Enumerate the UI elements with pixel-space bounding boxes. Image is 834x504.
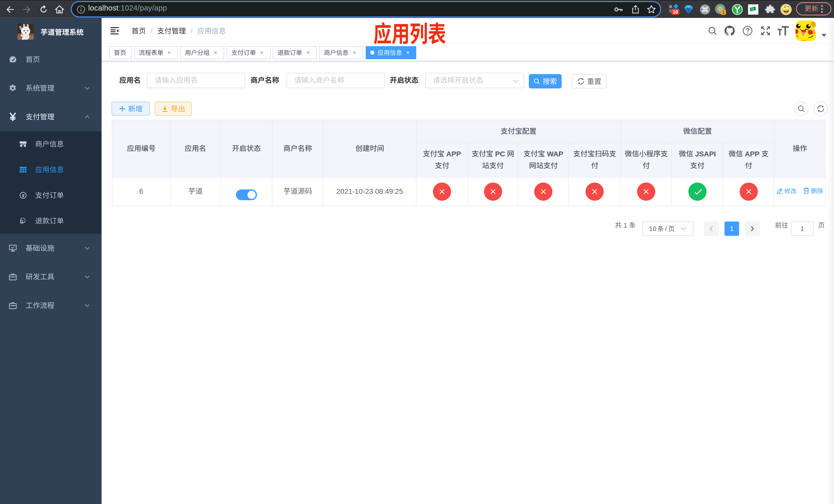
- svg-text:10: 10: [673, 9, 678, 15]
- svg-text:1: 1: [722, 10, 724, 15]
